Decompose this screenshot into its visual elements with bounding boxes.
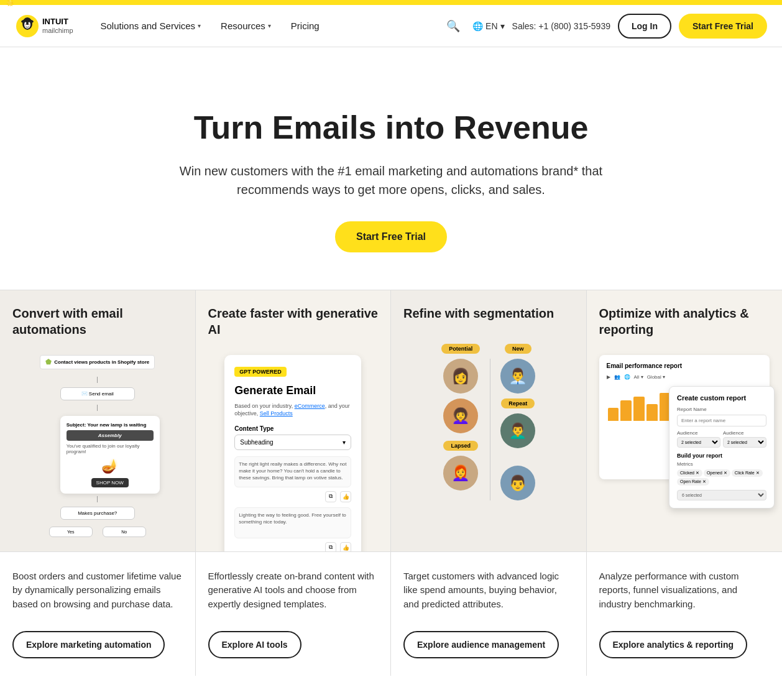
metric-tag-opened[interactable]: Opened ✕ [704, 469, 730, 477]
flow-branch: Yes No [49, 527, 146, 537]
ai-mock: GPT POWERED Generate Email Based on your… [224, 355, 361, 551]
hero-subtitle: Win new customers with the #1 email mark… [167, 162, 615, 199]
explore-analytics-button[interactable]: Explore analytics & reporting [599, 631, 748, 658]
ai-subtitle: Based on your industry, eCommerce, and y… [234, 402, 351, 418]
seg-avatar-3: 👨‍💼 [500, 359, 535, 394]
content-type-select[interactable]: Subheading ▾ [234, 435, 351, 450]
language-selector[interactable]: 🌐 EN ▾ [472, 21, 504, 31]
audience-select-1[interactable]: 2 selected [677, 437, 720, 448]
assembly-label: Assembly [67, 430, 154, 441]
logo-text: INTUITmailchimp [42, 17, 73, 34]
chevron-down-icon: ▾ [268, 22, 271, 29]
feature-bottom-ai: Effortlessly create on-brand content wit… [196, 551, 391, 676]
create-report-title: Create custom report [677, 394, 766, 402]
metric-tag-open-rate[interactable]: Open Rate ✕ [677, 478, 709, 486]
flow-connector [97, 405, 98, 411]
feature-title-analytics: Optimize with analytics & reporting [599, 305, 770, 338]
feature-title-ai: Create faster with generative AI [208, 305, 379, 338]
shopify-badge: ⬟ Contact views products in Shopify stor… [40, 355, 155, 369]
nav-pricing[interactable]: Pricing [283, 16, 327, 36]
nav-links: Solutions and Services ▾ Resources ▾ Pri… [93, 16, 442, 36]
top-banner: 🌟 [0, 0, 782, 5]
email-subject: Subject: Your new lamp is waiting [67, 422, 154, 428]
loyalty-text: You've qualified to join our loyalty pro… [67, 443, 154, 454]
flow-connector [97, 496, 98, 502]
report-name-input[interactable] [677, 415, 766, 426]
feature-title-automations: Convert with email automations [12, 305, 183, 338]
feature-bottom-segmentation: Target customers with advanced logic lik… [391, 551, 586, 676]
ai-text-output-2: Lighting the way to feeling good. Free y… [234, 507, 351, 538]
login-button[interactable]: Log In [618, 14, 671, 39]
feature-title-segmentation: Refine with segmentation [403, 305, 574, 321]
feature-image-ai: Create faster with generative AI GPT POW… [196, 290, 391, 551]
chevron-down-icon: ▾ [198, 22, 201, 29]
ai-text-output-1: The right light really makes a differenc… [234, 456, 351, 487]
thumbs-up-icon[interactable]: 👍 [340, 542, 351, 551]
metrics-label: Metrics [677, 461, 766, 467]
svg-point-4 [25, 22, 27, 24]
nav-right: 🔍 🌐 EN ▾ Sales: +1 (800) 315-5939 Log In… [441, 14, 767, 39]
content-type-label: Content Type [234, 425, 351, 432]
metric-tag-clicked[interactable]: Clicked ✕ [677, 469, 702, 477]
seg-label-lapsed: Lapsed [443, 441, 478, 451]
metrics-tags: Clicked ✕ Opened ✕ Click Rate ✕ Open Rat… [677, 469, 766, 486]
copy-icon[interactable]: ⧉ [325, 542, 336, 551]
copy-icon[interactable]: ⧉ [325, 491, 336, 502]
audience-select-2[interactable]: 2 selected [723, 437, 766, 448]
analytics-report-title: Email performance report [607, 362, 763, 369]
seg-avatar-1: 👩 [443, 359, 478, 394]
audience-label-2: Audience [723, 430, 766, 436]
feature-desc-segmentation: Target customers with advanced logic lik… [403, 569, 574, 612]
feature-image-analytics: Optimize with analytics & reporting Emai… [587, 290, 783, 551]
banner-icon: 🌟 [6, 0, 14, 6]
flow-node-send-email: ✉️ Send email [60, 387, 135, 400]
metric-tag-click-rate[interactable]: Click Rate ✕ [732, 469, 763, 477]
svg-point-7 [29, 24, 30, 25]
feature-card-ai: Create faster with generative AI GPT POW… [196, 290, 392, 676]
branch-yes: Yes [49, 527, 93, 537]
svg-point-6 [25, 24, 26, 25]
seg-label-new: New [505, 344, 531, 354]
nav-resources[interactable]: Resources ▾ [213, 16, 278, 36]
feature-desc-ai: Effortlessly create on-brand content wit… [208, 569, 379, 612]
ai-actions-1: ⧉ 👍 [234, 491, 351, 502]
feature-desc-automations: Boost orders and customer lifetime value… [12, 569, 183, 612]
navbar: INTUITmailchimp Solutions and Services ▾… [0, 5, 782, 47]
audience-label-1: Audience [677, 430, 720, 436]
feature-card-segmentation: Refine with segmentation Potential 👩 👩‍🦱… [391, 290, 587, 676]
report-name-label: Report Name [677, 407, 766, 412]
chevron-down-icon: ▾ [343, 439, 346, 446]
hero-title: Turn Emails into Revenue [124, 109, 658, 147]
metrics-count-select[interactable]: 6 selected [677, 490, 766, 500]
custom-report-panel: Create custom report Report Name Audienc… [669, 386, 775, 509]
thumbs-up-icon[interactable]: 👍 [340, 491, 351, 502]
seg-avatar-2: 👩‍🦱 [443, 398, 478, 433]
sales-phone: Sales: +1 (800) 315-5939 [512, 21, 610, 31]
ai-generate-title: Generate Email [234, 384, 351, 397]
seg-label-potential: Potential [441, 344, 480, 354]
ai-actions-2: ⧉ 👍 [234, 542, 351, 551]
flow-connector [97, 377, 98, 383]
feature-card-automations: Convert with email automations ⬟ Contact… [0, 290, 196, 676]
search-button[interactable]: 🔍 [441, 14, 465, 38]
globe-icon: 🌐 [472, 21, 483, 31]
shop-now-btn: SHOP NOW [91, 478, 129, 487]
features-grid: Convert with email automations ⬟ Contact… [0, 290, 782, 676]
start-trial-button-hero[interactable]: Start Free Trial [335, 221, 447, 252]
explore-segmentation-button[interactable]: Explore audience management [403, 631, 559, 658]
feature-image-segmentation: Refine with segmentation Potential 👩 👩‍🦱… [391, 290, 586, 551]
seg-avatar-4: 👨‍🦱 [500, 413, 535, 448]
gpt-badge: GPT POWERED [234, 367, 287, 377]
seg-avatar-5: 👩‍🦰 [443, 456, 478, 490]
flow-node-purchase: Makes purchase? [60, 507, 135, 520]
feature-card-analytics: Optimize with analytics & reporting Emai… [587, 290, 783, 676]
seg-label-repeat: Repeat [501, 398, 535, 408]
explore-ai-button[interactable]: Explore AI tools [208, 631, 301, 658]
nav-solutions[interactable]: Solutions and Services ▾ [93, 16, 209, 36]
explore-automations-button[interactable]: Explore marketing automation [12, 631, 165, 658]
feature-bottom-analytics: Analyze performance with custom reports,… [587, 551, 783, 676]
feature-bottom-automations: Boost orders and customer lifetime value… [0, 551, 195, 676]
start-trial-button-nav[interactable]: Start Free Trial [679, 14, 767, 39]
logo[interactable]: INTUITmailchimp [15, 14, 73, 39]
branch-no: No [103, 527, 146, 537]
